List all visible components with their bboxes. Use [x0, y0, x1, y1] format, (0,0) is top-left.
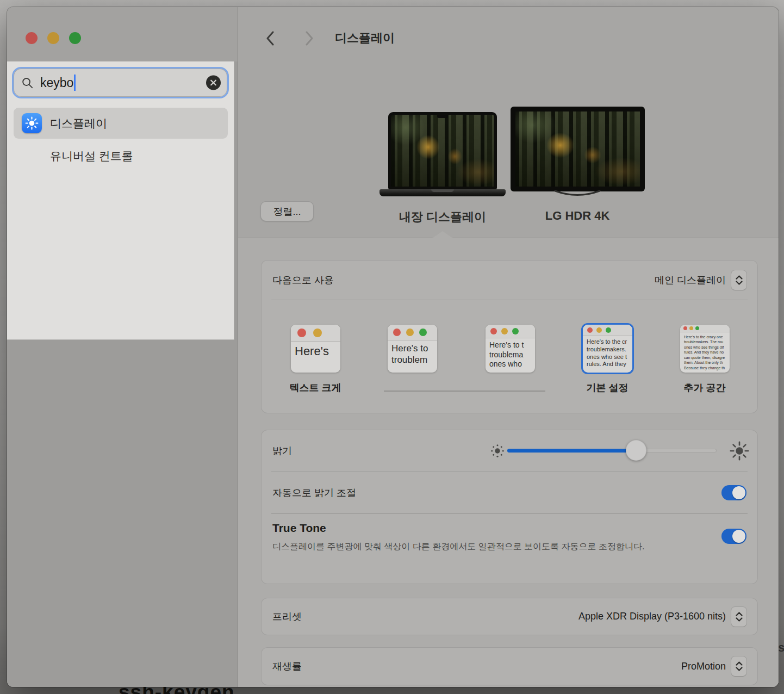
preset-label: 프리셋 [272, 610, 302, 623]
display-settings-pane: 디스플레이 내장 디스플레이 LG HDR 4K 정렬... [238, 7, 779, 687]
auto-brightness-toggle[interactable] [721, 485, 746, 500]
x-circle-icon [210, 79, 217, 86]
search-results-panel: keybo [7, 61, 234, 340]
chevron-down-icon [736, 617, 743, 622]
search-query-text: keybo [40, 76, 73, 90]
builtin-display-wallpaper [391, 115, 494, 187]
resolution-card: 다음으로 사용 메인 디스플레이 [262, 261, 757, 413]
chevron-up-icon [736, 612, 743, 616]
external-display-wallpaper [515, 111, 640, 187]
search-result-display[interactable]: 디스플레이 [14, 108, 228, 139]
chevron-down-icon [736, 667, 743, 671]
forward-button[interactable] [301, 30, 318, 46]
preset-dropdown[interactable] [731, 607, 746, 627]
preset-card: 프리셋 Apple XDR Display (P3-1600 nits) [262, 598, 757, 635]
brightness-card: 밝기 [262, 430, 757, 584]
scaling-option-larger-text[interactable]: Here's [291, 325, 340, 373]
brightness-thumb[interactable] [626, 440, 646, 461]
chevron-down-icon [736, 281, 743, 285]
refresh-rate-card: 재생률 ProMotion [262, 648, 757, 685]
separator [271, 300, 748, 300]
auto-brightness-row: 자동으로 밝기 조절 [262, 472, 757, 513]
use-as-row: 다음으로 사용 메인 디스플레이 [262, 261, 757, 300]
scaling-label-default: 기본 설정 [564, 381, 651, 394]
scaling-label-more-space: 추가 공간 [661, 381, 748, 394]
desktop: ssh-keygen s keybo [0, 0, 784, 694]
true-tone-label: True Tone [272, 522, 686, 535]
background-partial-text-right: s [778, 641, 784, 655]
external-display-thumbnail[interactable] [511, 107, 645, 191]
scaling-label-larger-text: 텍스트 크게 [272, 381, 359, 394]
use-as-label: 다음으로 사용 [272, 274, 334, 287]
brightness-track[interactable] [507, 449, 717, 453]
preset-value: Apple XDR Display (P3-1600 nits) [578, 611, 726, 622]
scaling-option-more-space[interactable]: Here's to the crazy onetroublemakers. Th… [680, 325, 730, 373]
close-button[interactable] [26, 32, 38, 44]
toggle-knob [732, 486, 745, 499]
brightness-fill [507, 449, 636, 453]
external-display-name: LG HDR 4K [507, 209, 648, 223]
search-result-label: 유니버설 컨트롤 [50, 148, 133, 164]
refresh-rate-label: 재생률 [272, 660, 302, 673]
system-settings-window: keybo [7, 7, 779, 687]
scaling-option-3[interactable]: Here's to ttroublemaones who [486, 325, 535, 373]
back-button[interactable] [262, 30, 278, 46]
monitor-stand [553, 190, 602, 199]
separator [271, 513, 748, 514]
sidebar-titlebar [7, 7, 238, 61]
scaling-option-default[interactable]: Here's to the crtroublemakers.ones who s… [583, 325, 632, 373]
refresh-rate-value: ProMotion [681, 661, 726, 672]
search-result-label: 디스플레이 [50, 116, 107, 131]
chevron-up-icon [736, 275, 743, 280]
arrange-button[interactable]: 정렬... [260, 201, 314, 221]
use-as-dropdown[interactable] [731, 270, 746, 290]
selected-display-caret [432, 231, 453, 238]
sidebar: keybo [7, 7, 238, 687]
true-tone-toggle[interactable] [721, 529, 746, 544]
builtin-display-thumbnail[interactable] [388, 112, 497, 189]
preset-row: 프리셋 Apple XDR Display (P3-1600 nits) [262, 598, 757, 635]
chevron-up-icon [736, 661, 743, 666]
scaling-option-2[interactable]: Here's totroublem [388, 325, 437, 373]
laptop-notch [437, 115, 448, 118]
arrange-button-label: 정렬... [273, 205, 301, 218]
text-cursor [74, 75, 76, 91]
refresh-rate-row: 재생률 ProMotion [262, 648, 757, 685]
search-icon [21, 77, 34, 89]
search-result-universal-control[interactable]: 유니버설 컨트롤 [14, 144, 228, 168]
search-input[interactable]: keybo [12, 67, 229, 98]
refresh-rate-dropdown[interactable] [731, 656, 746, 676]
builtin-display-name: 내장 디스플레이 [372, 209, 513, 225]
true-tone-description: 디스플레이를 주변광에 맞춰 색상이 다른 환경에서도 일관적으로 보이도록 자… [272, 540, 686, 554]
page-title: 디스플레이 [335, 30, 395, 46]
auto-brightness-label: 자동으로 밝기 조절 [272, 486, 356, 499]
minimize-button[interactable] [47, 32, 59, 44]
use-as-value: 메인 디스플레이 [655, 274, 726, 287]
zoom-button[interactable] [69, 32, 81, 44]
chevron-right-icon [305, 31, 314, 46]
chevron-left-icon [266, 31, 275, 46]
scaling-track-line [384, 391, 545, 392]
laptop-base [379, 189, 506, 196]
true-tone-block: True Tone 디스플레이를 주변광에 맞춰 색상이 다른 환경에서도 일관… [272, 522, 686, 554]
brightness-label: 밝기 [272, 444, 292, 457]
toggle-knob [732, 530, 745, 543]
brightness-sun-icon [22, 113, 42, 133]
sun-bright-icon [729, 441, 750, 461]
settings-area: 다음으로 사용 메인 디스플레이 [238, 238, 779, 687]
sun-dim-icon [490, 443, 505, 458]
clear-search-button[interactable] [206, 76, 221, 90]
